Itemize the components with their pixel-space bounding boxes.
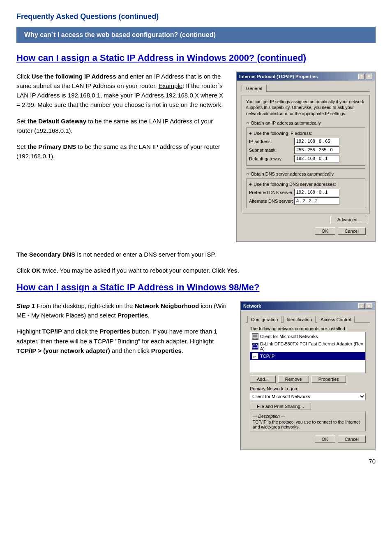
tcpip-alt-dns-row: Alternate DNS server: 4 . 2 . 2 . 2 (249, 197, 362, 205)
section1-content-area: Click Use the following IP Address and e… (16, 72, 376, 242)
network-action-buttons: Add... Remove Properties (246, 375, 370, 385)
network-close-btn[interactable]: ✕ (366, 303, 372, 309)
network-dialog-titlebar: Network ? ✕ (241, 302, 375, 310)
svg-rect-3 (254, 348, 255, 348)
tcpip-obtain-auto-label: Obtain an IP address automatically (251, 120, 321, 125)
network-primary-logon-select-row: Client for Microsoft Networks (246, 392, 370, 403)
tcpip-use-following-radio[interactable]: ● Use the following IP address: (249, 130, 362, 136)
tcpip-alt-dns-input[interactable]: 4 . 2 . 2 . 2 (294, 197, 339, 205)
tcpip-help-btn[interactable]: ? (358, 74, 365, 79)
tcpip-obtain-dns-auto-radio[interactable]: ○ Obtain DNS server address automaticall… (246, 171, 365, 177)
network-desc-title: — Description — (253, 414, 363, 419)
list-item-adapter[interactable]: D-Link DFE-530TX PCI Fast Ethernet Adapt… (250, 341, 365, 352)
list-item-adapter-label: D-Link DFE-530TX PCI Fast Ethernet Adapt… (260, 341, 364, 351)
list-item-tcpip[interactable]: IP TCP/IP (250, 352, 365, 360)
tcpip-dialog-title: Internet Protocol (TCP/IP) Properties (239, 74, 318, 79)
network-remove-btn[interactable]: Remove (278, 375, 309, 383)
svg-rect-0 (253, 334, 258, 338)
network-dialog-body: Configuration Identification Access Cont… (241, 310, 375, 449)
tcpip-dialog-body: General You can get IP settings assigned… (237, 81, 375, 241)
section1-para2: Set the Default Gateway to be the same a… (16, 116, 226, 136)
tcpip-pref-dns-input[interactable]: 192 . 168 . 0 . 1 (294, 189, 339, 196)
network-cancel-btn[interactable]: Cancel (338, 436, 366, 443)
network-access-tab[interactable]: Access Control (317, 316, 355, 323)
section2-content-area: Step 1 From the desktop, right-click on … (16, 301, 376, 450)
tcpip-alt-dns-label: Alternate DNS server: (249, 199, 294, 204)
tcpip-advanced-btn[interactable]: Advanced... (330, 216, 368, 223)
list-item-client-label: Client for Microsoft Networks (260, 334, 318, 339)
tcpip-ok-btn[interactable]: OK (315, 227, 335, 235)
network-footer: OK Cancel (246, 433, 370, 445)
tcpip-general-tab[interactable]: General (242, 85, 267, 92)
tcpip-obtain-dns-auto-label: Obtain DNS server address automatically (251, 171, 334, 176)
network-dialog-titlebar-btns: ? ✕ (358, 303, 372, 309)
page-number: 70 (16, 458, 376, 465)
network-components-list: Client for Microsoft Networks D-Link DFE… (250, 332, 366, 373)
section1-para3: Set the Primary DNS to be the same as th… (16, 142, 226, 161)
tcpip-ip-input[interactable]: 192 . 168 . 0 . 65 (294, 138, 339, 145)
tcpip-pref-dns-label: Preferred DNS server: (249, 190, 294, 195)
network-id-tab[interactable]: Identification (283, 316, 316, 323)
tcpip-close-btn[interactable]: ✕ (366, 74, 372, 79)
section1-text-col: Click Use the following IP Address and e… (16, 72, 226, 242)
list-item-tcpip-label: TCP/IP (260, 354, 274, 359)
section2-text-col: Step 1 From the desktop, right-click on … (16, 301, 230, 450)
tcpip-gateway-label: Default gateway: (249, 156, 294, 161)
section2-title: How can I assign a Static IP Address in … (16, 282, 376, 294)
section2-para1: Step 1 From the desktop, right-click on … (16, 301, 230, 320)
tcpip-gateway-input[interactable]: 192 . 168 . 0 . 1 (294, 155, 339, 162)
tcpip-cancel-btn[interactable]: Cancel (338, 227, 366, 235)
tcpip-ip-label: IP address: (249, 139, 294, 144)
list-item-client[interactable]: Client for Microsoft Networks (250, 332, 365, 341)
tcpip-advanced-row: Advanced... (242, 216, 370, 223)
section-banner: Why can´t I access the web based configu… (16, 27, 376, 43)
tcpip-pref-dns-row: Preferred DNS server: 192 . 168 . 0 . 1 (249, 189, 362, 196)
svg-text:IP: IP (253, 355, 256, 359)
client-icon (252, 333, 258, 340)
tcpip-dialog-titlebar-btns: ? ✕ (358, 74, 372, 79)
tcpip-tab-bar: General (242, 85, 370, 92)
tcpip-use-dns-label: Use the following DNS server addresses: (254, 182, 336, 187)
section1-para4: The Secondary DNS is not needed or enter… (16, 250, 376, 259)
tcpip-use-dns-radio[interactable]: ● Use the following DNS server addresses… (249, 181, 362, 187)
section1-para5: Click OK twice. You may be asked if you … (16, 266, 376, 275)
tcpip-icon: IP (252, 353, 258, 359)
section2-para2: Highlight TCP/IP and click the Propertie… (16, 327, 230, 355)
tcpip-obtain-auto-radio[interactable]: ○ Obtain an IP address automatically (246, 120, 365, 126)
network-ok-btn[interactable]: OK (315, 436, 335, 443)
network-desc-box: — Description — TCP/IP is the protocol y… (250, 412, 366, 431)
tcpip-ip-row: IP address: 192 . 168 . 0 . 65 (249, 138, 362, 145)
network-add-btn[interactable]: Add... (250, 375, 276, 383)
tcpip-dialog: Internet Protocol (TCP/IP) Properties ? … (236, 72, 376, 242)
tcpip-use-following-label: Use the following IP address: (254, 131, 312, 136)
tcpip-use-dns-group: ● Use the following DNS server addresses… (246, 178, 365, 208)
tcpip-subnet-row: Subnet mask: 255 . 255 . 255 . 0 (249, 146, 362, 154)
network-sharing-btn[interactable]: File and Print Sharing... (250, 403, 311, 410)
tcpip-gateway-row: Default gateway: 192 . 168 . 0 . 1 (249, 155, 362, 162)
tcpip-dialog-titlebar: Internet Protocol (TCP/IP) Properties ? … (237, 72, 375, 81)
network-desc-text: TCP/IP is the protocol you use to connec… (253, 419, 363, 429)
tcpip-note: You can get IP settings assigned automat… (246, 99, 365, 117)
tcpip-use-following-group: ● Use the following IP address: IP addre… (246, 127, 365, 166)
svg-rect-4 (254, 344, 254, 345)
adapter-icon (252, 343, 258, 350)
section1-title: How can I assign a Static IP Address in … (16, 52, 376, 64)
network-dialog: Network ? ✕ Configuration Identification… (240, 301, 376, 450)
tcpip-inner-panel: You can get IP settings assigned automat… (242, 95, 370, 213)
tcpip-subnet-label: Subnet mask: (249, 148, 294, 153)
tcpip-footer: OK Cancel (242, 225, 370, 237)
svg-rect-5 (256, 344, 257, 345)
network-primary-logon-select[interactable]: Client for Microsoft Networks (250, 393, 366, 400)
network-tab-bar: Configuration Identification Access Cont… (246, 314, 370, 323)
network-properties-btn[interactable]: Properties (311, 375, 346, 383)
section1-para1: Click Use the following IP Address and e… (16, 72, 226, 110)
network-installed-label: The following network components are ins… (246, 325, 370, 332)
network-dialog-title: Network (243, 303, 261, 308)
tcpip-subnet-input[interactable]: 255 . 255 . 255 . 0 (294, 146, 339, 154)
svg-rect-2 (253, 345, 258, 348)
faq-header: Frequently Asked Questions (continued) (16, 12, 376, 21)
network-primary-logon-label: Primary Network Logon: (246, 385, 370, 392)
svg-rect-1 (254, 338, 256, 338)
network-help-btn[interactable]: ? (358, 303, 365, 309)
network-config-tab[interactable]: Configuration (247, 316, 281, 323)
